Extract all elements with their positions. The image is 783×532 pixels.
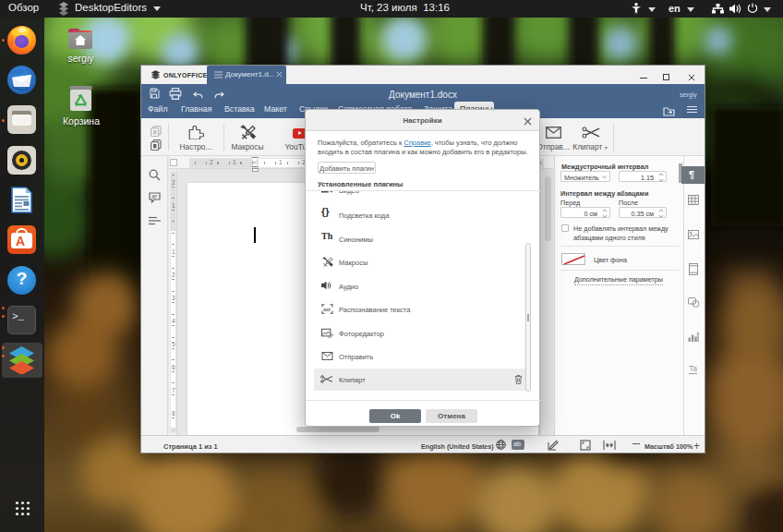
svg-text:ocr: ocr — [323, 308, 331, 312]
